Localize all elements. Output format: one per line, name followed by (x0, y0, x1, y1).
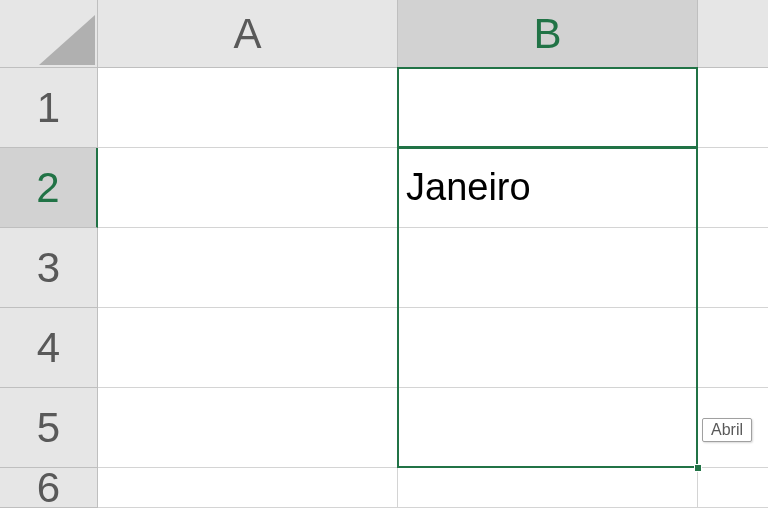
cell-c1[interactable] (698, 68, 768, 148)
row-header-6[interactable]: 6 (0, 468, 98, 508)
cell-a6[interactable] (98, 468, 398, 508)
cell-a4[interactable] (98, 308, 398, 388)
cell-c2[interactable] (698, 148, 768, 228)
fill-tooltip: Abril (702, 418, 752, 442)
cell-b1[interactable] (398, 68, 698, 148)
cell-a5[interactable] (98, 388, 398, 468)
fill-handle[interactable] (694, 464, 702, 472)
spreadsheet-grid: A B 1 2 Janeiro 3 4 5 6 (0, 0, 768, 508)
select-all-triangle-icon (39, 15, 95, 65)
row-header-1[interactable]: 1 (0, 68, 98, 148)
column-header-b[interactable]: B (398, 0, 698, 68)
cell-c3[interactable] (698, 228, 768, 308)
cell-b5[interactable] (398, 388, 698, 468)
cell-b3[interactable] (398, 228, 698, 308)
row-header-4[interactable]: 4 (0, 308, 98, 388)
cell-b4[interactable] (398, 308, 698, 388)
cell-c4[interactable] (698, 308, 768, 388)
cell-a3[interactable] (98, 228, 398, 308)
cell-b2[interactable]: Janeiro (398, 148, 698, 228)
cell-a2[interactable] (98, 148, 398, 228)
row-header-5[interactable]: 5 (0, 388, 98, 468)
cell-a1[interactable] (98, 68, 398, 148)
cell-c6[interactable] (698, 468, 768, 508)
row-header-2[interactable]: 2 (0, 148, 98, 228)
svg-marker-0 (39, 15, 95, 65)
select-all-corner[interactable] (0, 0, 98, 68)
column-header-extra[interactable] (698, 0, 768, 68)
row-header-3[interactable]: 3 (0, 228, 98, 308)
cell-b6[interactable] (398, 468, 698, 508)
column-header-a[interactable]: A (98, 0, 398, 68)
